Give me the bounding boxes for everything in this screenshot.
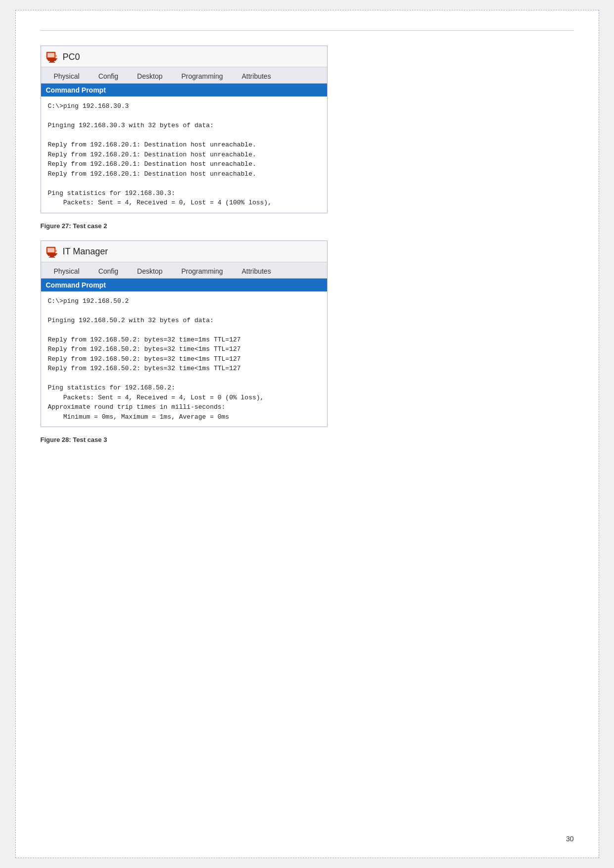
- svg-rect-9: [50, 256, 54, 257]
- top-separator: [41, 30, 574, 31]
- device-name-itmanager: IT Manager: [63, 246, 108, 257]
- svg-marker-11: [55, 249, 57, 253]
- cmd-content-1: C:\>ping 192.168.30.3 Pinging 192.168.30…: [41, 96, 327, 213]
- tabs-bar-itmanager: Physical Config Desktop Programming Attr…: [41, 262, 327, 279]
- itmanager-icon: [45, 245, 59, 259]
- cmd-title-bar-1: Command Prompt: [41, 84, 327, 96]
- tab-config-1[interactable]: Config: [90, 69, 127, 83]
- device-header-pc0: PC0: [41, 46, 327, 67]
- figure-caption-2: Figure 28: Test case 3: [41, 436, 574, 443]
- cmd-content-2: C:\>ping 192.168.50.2 Pinging 192.168.50…: [41, 291, 327, 427]
- pc-icon: [45, 50, 59, 64]
- svg-rect-4: [49, 62, 55, 63]
- tab-physical-2[interactable]: Physical: [45, 264, 89, 278]
- svg-rect-10: [49, 257, 55, 258]
- svg-rect-7: [47, 248, 54, 252]
- page-number: 30: [566, 835, 574, 843]
- tab-programming-1[interactable]: Programming: [172, 69, 232, 83]
- tab-desktop-2[interactable]: Desktop: [128, 264, 171, 278]
- tab-config-2[interactable]: Config: [90, 264, 127, 278]
- tabs-bar-pc0: Physical Config Desktop Programming Attr…: [41, 67, 327, 84]
- page: PC0 Physical Config Desktop Programming …: [15, 10, 599, 858]
- tab-programming-2[interactable]: Programming: [172, 264, 232, 278]
- tab-attributes-1[interactable]: Attributes: [233, 69, 280, 83]
- tab-desktop-1[interactable]: Desktop: [128, 69, 171, 83]
- device-window-itmanager: IT Manager Physical Config Desktop Progr…: [41, 241, 328, 428]
- cmd-area-1: Command Prompt C:\>ping 192.168.30.3 Pin…: [41, 84, 327, 213]
- cmd-area-2: Command Prompt C:\>ping 192.168.50.2 Pin…: [41, 279, 327, 427]
- svg-rect-1: [47, 53, 54, 57]
- device-name-pc0: PC0: [63, 52, 80, 62]
- svg-marker-2: [47, 58, 57, 61]
- device-window-pc0: PC0 Physical Config Desktop Programming …: [41, 46, 328, 213]
- svg-marker-5: [55, 54, 57, 58]
- svg-rect-3: [50, 61, 54, 62]
- device-header-itmanager: IT Manager: [41, 241, 327, 262]
- figure-caption-1: Figure 27: Test case 2: [41, 222, 574, 230]
- cmd-title-bar-2: Command Prompt: [41, 279, 327, 291]
- tab-physical-1[interactable]: Physical: [45, 69, 89, 83]
- svg-marker-8: [47, 253, 57, 256]
- tab-attributes-2[interactable]: Attributes: [233, 264, 280, 278]
